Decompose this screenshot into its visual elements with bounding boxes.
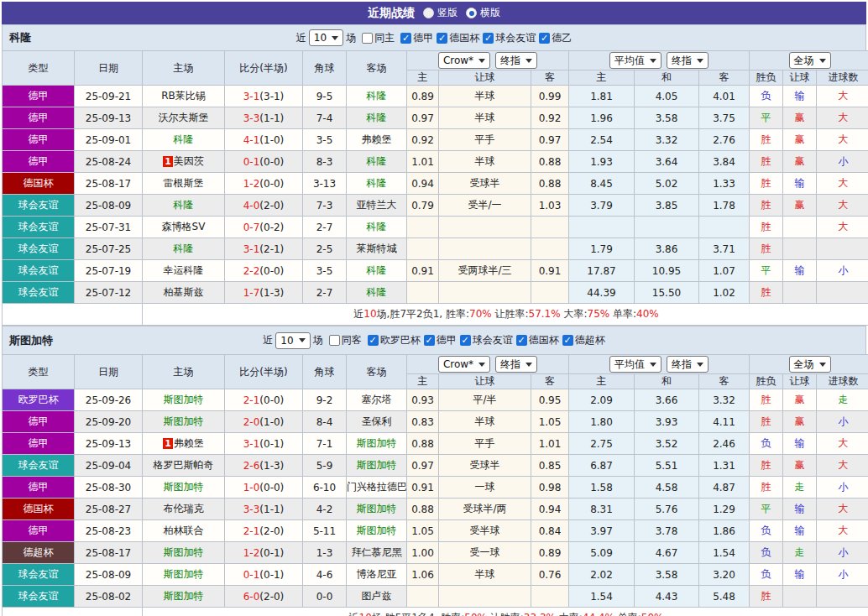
match-date: 25-09-26 (75, 389, 143, 411)
halftime-score: (1-0) (259, 416, 284, 428)
sub-header-avg-draw: 和 (635, 70, 699, 86)
handicap-result-cell: 输 (783, 260, 817, 282)
same-venue-filter[interactable]: 同主 (358, 31, 395, 45)
match-type-badge: 德国杯 (3, 173, 75, 195)
checkbox-checked-icon[interactable]: ✓ (368, 335, 379, 346)
avg-draw-odds: 15.50 (635, 282, 699, 304)
match-score: 1-2(0-0) (225, 173, 303, 195)
league-filter[interactable]: ✓欧罗巴杯 (364, 333, 421, 347)
crown-home-odds (407, 238, 439, 260)
checkbox-checked-icon[interactable]: ✓ (460, 335, 471, 346)
same-venue-filter[interactable]: 同客 (326, 333, 362, 347)
result-cell: 胜 (750, 217, 783, 238)
radio-selected-icon[interactable] (466, 8, 477, 18)
handicap-result-cell: 输 (783, 86, 817, 107)
layout-option-horizontal[interactable]: 横版 (466, 6, 500, 20)
handicap-result-cell: 赢 (783, 151, 817, 173)
odds-stage-select-2-value: 终指 (672, 358, 692, 371)
bookmaker-select-value: Crow* (443, 358, 473, 371)
league-filter[interactable]: ✓德甲 (421, 333, 457, 347)
crown-home-odds: 0.88 (407, 433, 439, 455)
period-select-value: 全场 (794, 358, 814, 371)
match-count-select[interactable]: 10 (275, 332, 310, 349)
radio-unselected-icon[interactable] (423, 8, 434, 18)
match-row: 德超杯25-08-17斯图加特1-2(0-1)1-3拜仁慕尼黑1.00受一球0.… (3, 542, 868, 564)
handicap-result-cell: 赢 (783, 389, 817, 411)
goals-result-cell: 小 (817, 260, 868, 282)
league-filter[interactable]: ✓德甲 (397, 31, 433, 45)
match-row: 德甲25-08-30斯图加特1-0(0-0)6-10门兴格拉德巴赫0.91一球0… (3, 477, 868, 499)
crown-away-odds (531, 586, 569, 608)
crown-away-odds (531, 282, 569, 304)
checkbox-checked-icon[interactable]: ✓ (424, 335, 435, 346)
crown-away-odds: 1.03 (531, 195, 569, 217)
avg-away-odds: 1.07 (699, 260, 750, 282)
league-filter[interactable]: ✓德超杯 (559, 333, 605, 347)
halftime-score: (1-1) (259, 504, 284, 515)
avg-draw-odds: 3.85 (635, 195, 699, 217)
odds-stage-select-2[interactable]: 终指 (667, 356, 709, 373)
avg-home-odds: 3.79 (569, 195, 635, 217)
corner-score: 3-5 (303, 260, 347, 282)
home-team: 柏基斯兹 (143, 282, 225, 304)
odds-stage-select-2[interactable]: 终指 (667, 52, 709, 69)
checkbox-checked-icon[interactable]: ✓ (437, 33, 447, 44)
period-select[interactable]: 全场 (789, 52, 831, 69)
summary-value: 50% (464, 612, 487, 616)
odds-stage-select[interactable]: 终指 (495, 52, 537, 69)
avg-away-odds: 1.54 (699, 542, 750, 564)
checkbox-checked-icon[interactable]: ✓ (483, 33, 494, 44)
crown-home-odds: 0.91 (407, 477, 439, 499)
checkbox-checked-icon[interactable]: ✓ (539, 33, 550, 44)
match-type-badge: 球会友谊 (3, 586, 75, 608)
result-cell: 平 (750, 260, 783, 282)
match-count-select[interactable]: 10 (309, 29, 343, 46)
checkbox-checked-icon[interactable]: ✓ (400, 33, 411, 44)
league-filter[interactable]: ✓德国杯 (513, 333, 559, 347)
result-cell: 胜 (750, 129, 783, 151)
halftime-score: (0-1) (259, 569, 284, 581)
avg-home-odds: 2.75 (569, 433, 635, 455)
league-filter[interactable]: ✓球会友谊 (479, 31, 536, 45)
result-cell: 负 (750, 86, 783, 107)
goals-result-cell: 大 (817, 195, 868, 217)
match-row: 德甲25-09-20斯图加特2-0(1-0)8-4圣保利0.83半球1.051.… (3, 411, 868, 433)
bookmaker-select[interactable]: Crow* (438, 52, 490, 69)
corner-score: 2-5 (303, 238, 347, 260)
layout-option-vertical[interactable]: 竖版 (423, 6, 458, 20)
avg-home-odds: 1.58 (569, 477, 635, 499)
average-select[interactable]: 平均值 (609, 52, 661, 69)
fulltime-score: 2-1 (243, 394, 260, 406)
avg-home-odds: 2.09 (569, 389, 635, 411)
summary-label: 让胜率: (492, 308, 529, 320)
match-date: 25-08-09 (75, 564, 143, 586)
league-filter[interactable]: ✓球会友谊 (457, 333, 513, 347)
league-filter[interactable]: ✓德国杯 (433, 31, 479, 45)
checkbox-checked-icon[interactable]: ✓ (516, 335, 527, 346)
match-date: 25-09-04 (75, 455, 143, 477)
league-filter[interactable]: ✓德乙 (536, 31, 572, 45)
checkbox-checked-icon[interactable]: ✓ (562, 335, 573, 346)
summary-row: 近10场,胜7平2负1, 胜率:70% 让胜率:57.1% 大率:75% 单率:… (3, 304, 868, 326)
period-select[interactable]: 全场 (789, 356, 831, 373)
avg-draw-odds: 4.58 (635, 477, 699, 499)
avg-draw-odds: 10.95 (635, 260, 699, 282)
bookmaker-select[interactable]: Crow* (438, 356, 490, 373)
summary-value: 70% (469, 308, 492, 320)
summary-value: 10 (359, 612, 372, 616)
handicap-result-cell: 输 (783, 433, 817, 455)
average-select-value: 平均值 (614, 358, 645, 371)
away-team: 科隆 (347, 217, 407, 238)
avg-home-odds: 6.87 (569, 455, 635, 477)
home-team: 斯图加特 (143, 477, 225, 499)
crown-away-odds: 0.94 (531, 499, 569, 520)
checkbox-unchecked-icon[interactable] (329, 335, 340, 346)
avg-draw-odds: 5.76 (635, 499, 699, 520)
fulltime-score: 3-1 (243, 438, 260, 450)
bookmaker-select-value: Crow* (443, 54, 473, 67)
average-select[interactable]: 平均值 (609, 356, 661, 373)
fulltime-score: 3-3 (243, 504, 260, 515)
home-team: 科隆 (143, 238, 225, 260)
odds-stage-select[interactable]: 终指 (495, 356, 537, 373)
checkbox-unchecked-icon[interactable] (362, 33, 373, 44)
